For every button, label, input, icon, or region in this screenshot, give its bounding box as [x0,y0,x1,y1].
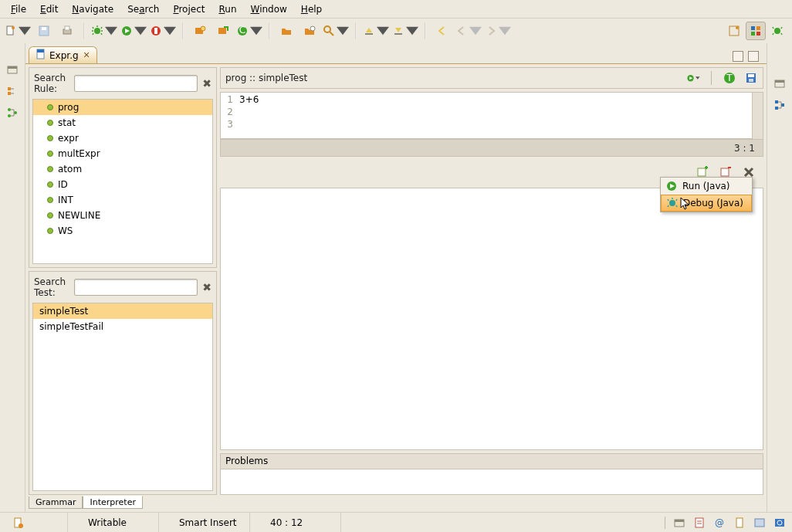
svg-point-1 [12,26,15,29]
rule-dot-icon [47,197,53,203]
rule-dot-icon [47,212,53,219]
rule-list[interactable]: progstatexprmultExpratomIDINTNEWLINEWS [32,99,213,264]
next-annotation-button[interactable] [392,22,418,40]
svg-rect-40 [749,79,753,82]
search-rule-input[interactable] [74,75,198,92]
menu-file[interactable]: File [5,2,32,16]
svg-point-44 [669,200,675,206]
restore-view-icon[interactable] [5,62,20,77]
clear-rule-search-icon[interactable]: ✖ [202,77,212,90]
test-item[interactable]: simpleTestFail [33,319,212,334]
bug-icon [666,197,679,209]
new-plugin-button[interactable] [213,22,233,40]
test-item[interactable]: simpleTest [33,303,212,319]
svg-point-11 [201,26,205,31]
new-button[interactable] [5,22,31,40]
code-editor[interactable]: 123 3+6 3 : 1 [220,92,763,157]
svg-rect-54 [696,518,703,527]
rule-item[interactable]: expr [33,130,212,146]
tab-close-icon[interactable]: ✕ [83,50,90,60]
svg-text:T: T [726,73,733,83]
prev-annotation-button[interactable] [363,22,389,40]
svg-rect-34 [37,49,44,53]
rule-item[interactable]: NEWLINE [33,208,212,223]
run-button[interactable] [120,22,147,40]
debug-button[interactable] [91,22,117,40]
svg-rect-17 [365,33,373,35]
menu-search[interactable]: Search [121,2,165,16]
status-restore-icon[interactable] [673,517,685,529]
new-package-button[interactable] [190,22,210,40]
open-folder-button[interactable] [276,22,296,40]
svg-rect-56 [736,518,743,527]
menu-project[interactable]: Project [167,2,211,16]
status-search-icon[interactable] [773,517,786,529]
print-button[interactable] [57,22,77,40]
perspective-open-button[interactable] [724,22,744,40]
back-history-button[interactable] [455,22,482,40]
svg-rect-39 [748,74,754,77]
menu-navigate[interactable]: Navigate [66,2,120,16]
svg-point-6 [94,28,100,34]
external-run-button[interactable] [150,22,176,40]
status-console-icon[interactable] [753,517,766,529]
rule-label: stat [58,117,76,128]
outline-view-icon[interactable] [772,97,787,113]
svg-text:C: C [239,25,245,36]
run-java-item[interactable]: Run (Java) [661,178,752,195]
package-explorer-icon[interactable] [5,83,20,99]
tab-interpreter[interactable]: Interpreter [83,496,142,509]
menu-run[interactable]: Run [212,2,242,16]
status-at-icon[interactable]: @ [713,517,726,529]
main-toolbar: C [0,19,792,43]
menu-help[interactable]: Help [295,2,328,16]
status-tasks-icon[interactable] [693,517,706,529]
svg-point-32 [14,111,17,114]
svg-point-31 [8,114,11,117]
rule-item[interactable]: ID [33,177,212,192]
maximize-editor-button[interactable] [748,51,759,62]
svg-point-16 [324,26,330,32]
rule-item[interactable]: atom [33,161,212,177]
rule-item[interactable]: multExpr [33,146,212,161]
forward-button[interactable] [485,22,511,40]
minimize-editor-button[interactable] [733,51,743,62]
test-list[interactable]: simpleTestsimpleTestFail [32,303,213,491]
rule-item[interactable]: INT [33,192,212,208]
perspective-debug-button[interactable] [767,22,787,40]
save-test-icon[interactable] [744,71,758,85]
run-dropdown-button[interactable] [686,71,700,85]
test-label: simpleTest [39,306,88,317]
test-label: simpleTestFail [39,321,103,332]
search-test-input[interactable] [74,279,198,296]
debug-java-label: Debug (Java) [683,198,743,208]
menu-edit[interactable]: Edit [34,2,64,16]
hierarchy-icon[interactable] [5,105,20,120]
save-button[interactable] [34,22,54,40]
run-java-label: Run (Java) [682,181,730,191]
clear-test-search-icon[interactable]: ✖ [202,281,212,293]
restore-right-view-icon[interactable] [772,76,787,91]
search-toolbar-button[interactable] [323,22,349,40]
svg-rect-47 [775,100,778,103]
search-test-label: Search Test: [34,276,69,298]
perspective-java-button[interactable] [746,22,766,40]
token-view-icon[interactable]: T [723,71,736,85]
tab-grammar[interactable]: Grammar [29,496,83,509]
code-scrollbar[interactable] [752,93,763,139]
status-doc-icon[interactable] [733,517,746,529]
svg-rect-9 [154,28,157,34]
back-button[interactable] [432,22,452,40]
svg-rect-21 [751,26,755,30]
status-left-icon[interactable] [6,513,68,532]
svg-point-30 [8,108,11,111]
tab-expr-g[interactable]: Expr.g ✕ [29,46,97,63]
menu-window[interactable]: Window [245,2,293,16]
rule-item[interactable]: WS [33,223,212,239]
debug-java-item[interactable]: Debug (Java) [661,195,752,212]
editor-tabstrip: Expr.g ✕ [25,43,767,63]
rule-item[interactable]: prog [33,100,212,115]
rule-item[interactable]: stat [33,115,212,130]
open-type-button[interactable] [300,22,320,40]
new-class-button[interactable]: C [236,22,262,40]
